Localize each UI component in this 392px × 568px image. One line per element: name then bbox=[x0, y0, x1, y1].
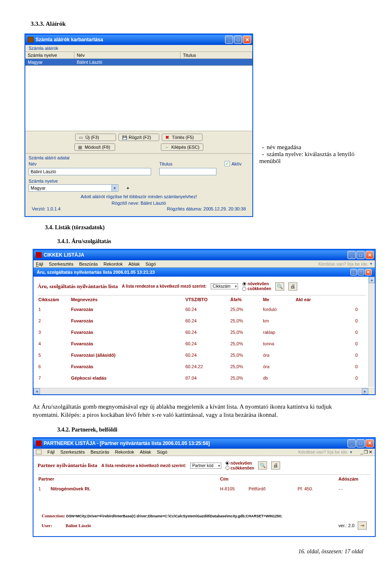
add-lang-button[interactable]: + bbox=[127, 186, 129, 190]
menu-insert[interactable]: Beszúrás bbox=[91, 449, 109, 454]
language-dropdown[interactable]: Magyar bbox=[29, 184, 118, 192]
table-row[interactable]: 5Fuvarozási (állásidő)60.2425,0%óra0 bbox=[38, 349, 366, 361]
th-vtsz[interactable]: VTSZ/BTO bbox=[185, 295, 229, 304]
radio-desc[interactable]: csökkenően bbox=[225, 466, 254, 470]
sort-dropdown[interactable]: Cikkszám bbox=[211, 283, 238, 289]
menu-help[interactable]: Súgó bbox=[157, 449, 167, 454]
minimize-button[interactable]: _ bbox=[347, 439, 356, 447]
titlebar-text: CIKKEK LISTÁJA bbox=[44, 252, 347, 258]
edit-button[interactable]: Módosít (F8) bbox=[74, 143, 115, 151]
radio-asc[interactable]: növekvően bbox=[225, 461, 254, 465]
mdi-minimize[interactable]: _ bbox=[361, 449, 363, 455]
label-titulus: Titulus bbox=[159, 161, 216, 166]
app-icon bbox=[28, 37, 33, 42]
minimize-button[interactable]: _ bbox=[347, 251, 356, 259]
menu-window[interactable]: Ablak bbox=[140, 449, 151, 454]
preview-icon[interactable]: 🔍 bbox=[275, 282, 284, 291]
help-search[interactable]: Kérdése van? Írja be ide.▾ bbox=[318, 261, 372, 266]
window-partners-list: PARTNEREK LISTÁJA - [Partner nyilvántart… bbox=[33, 437, 376, 537]
th-adoszam[interactable]: Adószám bbox=[338, 475, 371, 483]
inner-maximize[interactable]: □ bbox=[358, 269, 364, 275]
mdi-restore[interactable]: ❐ bbox=[364, 449, 368, 455]
menu-insert[interactable]: Beszúrás bbox=[79, 262, 98, 266]
preview-icon[interactable]: 🔍 bbox=[258, 461, 267, 470]
exit-icon[interactable]: ⇥ bbox=[358, 521, 367, 530]
menu-help[interactable]: Súgó bbox=[145, 262, 156, 266]
cell-afa: 25,0% bbox=[229, 361, 262, 372]
scroll-right-icon[interactable]: ► bbox=[362, 388, 368, 394]
th-partner[interactable]: Partner bbox=[38, 475, 219, 483]
scroll-left-icon[interactable]: ◄ bbox=[33, 388, 40, 394]
titlebar-text: PARTNEREK LISTÁJA - [Partner nyilvántart… bbox=[44, 441, 347, 446]
grid-body bbox=[25, 66, 252, 131]
horizontal-scrollbar[interactable]: ◄ ► bbox=[33, 388, 375, 394]
grid-title: Számla aláírók bbox=[25, 45, 252, 51]
rec-date: 2005.12.29. 20:30:38 bbox=[203, 206, 246, 211]
close-button[interactable]: ✕ bbox=[243, 36, 251, 44]
table-row[interactable]: 6Fuvarozás60.24.2225,0%óra0 bbox=[38, 361, 366, 372]
menu-records[interactable]: Rekordok bbox=[104, 262, 123, 266]
print-icon[interactable]: 🖨 bbox=[271, 461, 280, 470]
hint-text: Adott aláírót rögzítse fel többször mind… bbox=[29, 192, 249, 201]
cell-me: km bbox=[262, 315, 295, 326]
minimize-button[interactable]: _ bbox=[225, 36, 233, 44]
sort-dropdown[interactable]: Partner kód bbox=[190, 463, 221, 469]
table-row[interactable]: 4Fuvarozás60.2425,0%tonna0 bbox=[38, 338, 366, 349]
cell-lang: Magyar bbox=[25, 59, 74, 65]
cell-afa: 25,0% bbox=[229, 315, 262, 326]
user-value: Bálint László bbox=[66, 523, 91, 528]
new-button[interactable]: Új (F3) bbox=[75, 134, 116, 141]
menu-edit[interactable]: Szerkesztés bbox=[49, 262, 74, 266]
inner-close[interactable]: ✕ bbox=[365, 269, 372, 275]
cell-n: 1 bbox=[38, 304, 70, 315]
mdi-close[interactable]: ✕ bbox=[369, 449, 372, 455]
cell-ar: 0 bbox=[295, 315, 366, 326]
page-footer: 16. oldal, összesen: 17 oldal bbox=[24, 548, 368, 555]
table-row[interactable]: 1 Nitrogénművek Rt. H-8105 Pétfürdő Pf. … bbox=[38, 483, 371, 494]
radio-asc[interactable]: növekvően bbox=[242, 282, 271, 286]
name-field[interactable] bbox=[29, 168, 151, 175]
table-row[interactable]: 7Gépkocsi eladás87.0425,0%db0 bbox=[38, 372, 366, 384]
menu-window[interactable]: Ablak bbox=[129, 262, 140, 266]
cell-ar: 0 bbox=[295, 372, 366, 384]
cell-n: 3 bbox=[38, 326, 70, 338]
inner-minimize[interactable]: _ bbox=[350, 269, 357, 275]
th-afa[interactable]: Áfa% bbox=[229, 295, 262, 304]
col-lang[interactable]: Számla nyelve bbox=[25, 52, 74, 58]
exit-button[interactable]: Kilépés (ESC) bbox=[161, 143, 203, 151]
note-2: számla nyelve: kiválasztás a lenyíló men… bbox=[259, 151, 354, 164]
save-button[interactable]: Rögzít (F2) bbox=[118, 134, 159, 141]
active-checkbox[interactable]: ✓ Aktív bbox=[225, 161, 241, 166]
table-row[interactable]: 2Fuvarozás60.2425,0%km0 bbox=[38, 315, 366, 326]
maximize-button[interactable]: □ bbox=[234, 36, 242, 44]
maximize-button[interactable]: □ bbox=[356, 439, 365, 447]
radio-desc[interactable]: csökkenően bbox=[242, 286, 271, 291]
side-notes: -név megadása -számla nyelve: kiválasztá… bbox=[259, 34, 365, 165]
th-aktear[interactable]: Akt eár bbox=[295, 295, 366, 304]
vertical-scrollbar[interactable]: ▲ bbox=[368, 277, 375, 387]
close-button[interactable]: ✕ bbox=[365, 251, 374, 259]
col-name[interactable]: Név bbox=[74, 52, 180, 58]
delete-button[interactable]: Törlés (F5) bbox=[162, 134, 203, 141]
th-cim[interactable]: Cím bbox=[219, 475, 338, 483]
window-signers: Számla aláírók karbantartása _ □ ✕ Száml… bbox=[24, 34, 253, 217]
titulus-field[interactable] bbox=[159, 168, 216, 175]
close-button[interactable]: ✕ bbox=[365, 439, 374, 447]
th-megnevezes[interactable]: Megnevezés bbox=[70, 295, 185, 304]
grid-row-selected[interactable]: Magyar Bálint László bbox=[25, 59, 252, 66]
table-row[interactable]: 1Fuvarozás60.2425,0%forduló0 bbox=[38, 304, 366, 315]
help-search[interactable]: Kérdése van? Írja be ide.▾ bbox=[298, 449, 352, 455]
menu-file[interactable]: Fájl bbox=[36, 262, 43, 266]
th-cikkszam[interactable]: Cikkszám bbox=[38, 295, 70, 304]
menu-file[interactable]: Fájl bbox=[47, 449, 55, 454]
col-title[interactable]: Titulus bbox=[180, 52, 252, 58]
mdi-icon[interactable] bbox=[36, 449, 42, 454]
cell-name: Fuvarozási (állásidő) bbox=[70, 349, 185, 361]
maximize-button[interactable]: □ bbox=[356, 251, 365, 259]
th-me[interactable]: Me bbox=[262, 295, 295, 304]
scroll-up-icon[interactable]: ▲ bbox=[369, 277, 375, 283]
print-icon[interactable]: 🖨 bbox=[288, 282, 297, 291]
menu-records[interactable]: Rekordok bbox=[115, 449, 134, 454]
menu-edit[interactable]: Szerkesztés bbox=[60, 449, 85, 454]
table-row[interactable]: 3Fuvarozás60.2425,0%raklap0 bbox=[38, 326, 366, 338]
